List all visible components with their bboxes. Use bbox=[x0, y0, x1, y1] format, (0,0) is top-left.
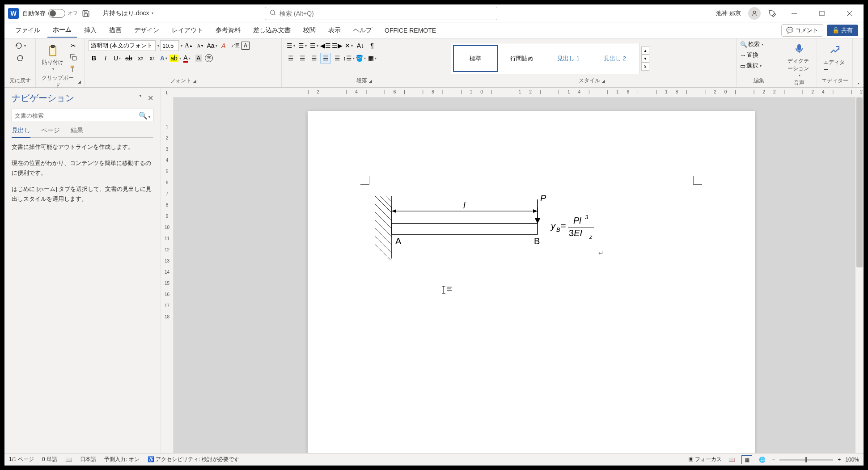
style-no-spacing[interactable]: 行間詰め bbox=[500, 45, 544, 72]
numbering-button[interactable]: ☰▾ bbox=[297, 40, 308, 51]
close-button[interactable] bbox=[839, 6, 860, 21]
styles-scroll-down[interactable]: ▼ bbox=[641, 55, 649, 63]
underline-button[interactable]: U▾ bbox=[112, 53, 123, 64]
undo-button[interactable]: ▾ bbox=[11, 40, 29, 51]
pen-icon[interactable] bbox=[768, 9, 777, 18]
vertical-ruler[interactable]: 123456789101112131415161718 bbox=[161, 97, 174, 453]
format-painter-button[interactable] bbox=[68, 64, 79, 74]
enclose-characters-button[interactable]: 字 bbox=[205, 54, 213, 62]
align-left-button[interactable]: ☰ bbox=[285, 53, 296, 64]
font-size-select[interactable] bbox=[160, 40, 179, 51]
strikethrough-button[interactable]: ab bbox=[123, 53, 134, 64]
document-name[interactable]: 片持ちはり.docx ▾ bbox=[103, 9, 153, 17]
nav-search-box[interactable]: 🔍▾ bbox=[12, 109, 153, 122]
maximize-button[interactable] bbox=[812, 6, 832, 21]
editor-button[interactable]: エディター bbox=[821, 42, 849, 76]
share-button[interactable]: 🔓 共有 bbox=[827, 25, 858, 36]
minimize-button[interactable] bbox=[784, 6, 804, 21]
tab-office-remote[interactable]: OFFICE REMOTE bbox=[379, 24, 441, 37]
font-color-button[interactable]: A▾ bbox=[182, 53, 192, 64]
bullets-button[interactable]: ☰▾ bbox=[285, 40, 296, 51]
focus-mode[interactable]: ▣ フォーカス bbox=[688, 456, 722, 463]
decrease-font-button[interactable]: A▼ bbox=[195, 40, 206, 51]
line-spacing-button[interactable]: ↕☰▾ bbox=[343, 53, 354, 64]
tab-design[interactable]: デザイン bbox=[129, 24, 165, 37]
nav-search-input[interactable] bbox=[15, 112, 139, 119]
bold-button[interactable]: B bbox=[89, 53, 99, 64]
paste-button[interactable]: 貼り付け ▾ bbox=[39, 42, 66, 73]
replace-button[interactable]: ↔置換 bbox=[740, 51, 758, 59]
vertical-scrollbar[interactable] bbox=[855, 97, 864, 453]
styles-gallery[interactable]: 標準 行間詰め 見出し 1 見出し 2 bbox=[451, 43, 639, 74]
cantilever-beam-diagram[interactable]: l P A B y bbox=[370, 191, 612, 267]
nav-tab-headings[interactable]: 見出し bbox=[12, 127, 30, 138]
nav-dropdown-icon[interactable]: ▼ bbox=[139, 94, 142, 102]
superscript-button[interactable]: x2 bbox=[147, 53, 157, 64]
dialog-launcher-icon[interactable]: ◢ bbox=[78, 80, 81, 84]
distributed-button[interactable]: ☰ bbox=[332, 53, 343, 64]
style-heading1[interactable]: 見出し 1 bbox=[546, 45, 591, 72]
accessibility-status[interactable]: ♿ アクセシビリティ: 検討が必要です bbox=[148, 456, 239, 463]
zoom-in-button[interactable]: + bbox=[838, 457, 841, 463]
zoom-level[interactable]: 100% bbox=[845, 457, 859, 463]
nav-tab-pages[interactable]: ページ bbox=[41, 127, 60, 135]
decrease-indent-button[interactable]: ◀☰ bbox=[320, 40, 331, 51]
italic-button[interactable]: I bbox=[100, 53, 111, 64]
dialog-launcher-icon[interactable]: ◢ bbox=[193, 79, 196, 83]
autosave-toggle[interactable] bbox=[48, 9, 65, 18]
web-layout-button[interactable]: 🌐 bbox=[757, 455, 767, 464]
spellcheck-icon[interactable]: 📖 bbox=[65, 457, 72, 463]
increase-font-button[interactable]: A▲ bbox=[183, 40, 194, 51]
document-page[interactable]: l P A B y bbox=[308, 111, 755, 453]
styles-expand[interactable]: ⊻ bbox=[641, 63, 649, 71]
subscript-button[interactable]: x2 bbox=[135, 53, 146, 64]
character-border-button[interactable]: A bbox=[241, 42, 250, 50]
text-effects-button[interactable]: A▾ bbox=[158, 53, 169, 64]
sort-button[interactable]: A↓ bbox=[355, 40, 366, 51]
print-layout-button[interactable]: ▦ bbox=[741, 455, 752, 464]
search-icon[interactable]: 🔍▾ bbox=[139, 111, 150, 120]
read-mode-button[interactable]: 📖 bbox=[726, 455, 737, 464]
style-heading2[interactable]: 見出し 2 bbox=[593, 45, 637, 72]
nav-tab-results[interactable]: 結果 bbox=[71, 127, 83, 135]
close-icon[interactable]: ✕ bbox=[148, 94, 153, 102]
justify-button[interactable]: ☰ bbox=[320, 53, 331, 64]
redo-button[interactable] bbox=[15, 53, 25, 64]
copy-button[interactable] bbox=[68, 52, 79, 63]
styles-scroll-up[interactable]: ▲ bbox=[641, 47, 649, 55]
comments-button[interactable]: 💬 コメント bbox=[781, 24, 823, 37]
tab-references[interactable]: 参考資料 bbox=[210, 24, 246, 37]
shading-button[interactable]: 🪣▾ bbox=[355, 53, 366, 64]
save-icon[interactable] bbox=[81, 9, 90, 18]
language-status[interactable]: 日本語 bbox=[80, 456, 96, 463]
zoom-out-button[interactable]: − bbox=[772, 457, 775, 463]
multilevel-list-button[interactable]: ☰▾ bbox=[309, 40, 319, 51]
align-right-button[interactable]: ☰ bbox=[309, 53, 319, 64]
font-name-select[interactable] bbox=[89, 40, 156, 51]
user-avatar[interactable] bbox=[748, 7, 761, 20]
asian-layout-button[interactable]: ✕▾ bbox=[343, 40, 354, 51]
scrollbar-thumb[interactable] bbox=[856, 97, 863, 267]
collapse-ribbon-button[interactable]: ▾ bbox=[858, 81, 860, 85]
style-normal[interactable]: 標準 bbox=[453, 45, 498, 72]
highlight-button[interactable]: ab▾ bbox=[170, 53, 181, 64]
horizontal-ruler[interactable]: |2| |4| |6| |8| |10| |12| |14| |16| |18|… bbox=[174, 88, 864, 97]
increase-indent-button[interactable]: ☰▶ bbox=[332, 40, 343, 51]
ime-status[interactable]: 予測入力: オン bbox=[104, 456, 140, 463]
dictation-button[interactable]: ディクテーション▾ bbox=[785, 40, 813, 79]
page-count[interactable]: 1/1 ページ bbox=[9, 456, 34, 463]
tab-review[interactable]: 校閲 bbox=[298, 24, 321, 37]
tab-draw[interactable]: 描画 bbox=[104, 24, 127, 37]
change-case-button[interactable]: Aa▾ bbox=[207, 40, 217, 51]
dialog-launcher-icon[interactable]: ◢ bbox=[602, 79, 605, 83]
tab-insert[interactable]: 挿入 bbox=[79, 24, 102, 37]
align-center-button[interactable]: ☰ bbox=[297, 53, 308, 64]
tab-view[interactable]: 表示 bbox=[323, 24, 346, 37]
dialog-launcher-icon[interactable]: ◢ bbox=[369, 79, 372, 83]
clear-formatting-button[interactable]: A bbox=[218, 40, 229, 51]
select-button[interactable]: ▭選択▾ bbox=[740, 62, 762, 70]
autosave-toggle-group[interactable]: 自動保存 オフ bbox=[22, 9, 78, 18]
tab-layout[interactable]: レイアウト bbox=[166, 24, 208, 37]
word-count[interactable]: 0 単語 bbox=[42, 456, 57, 463]
search-input[interactable] bbox=[279, 10, 492, 17]
